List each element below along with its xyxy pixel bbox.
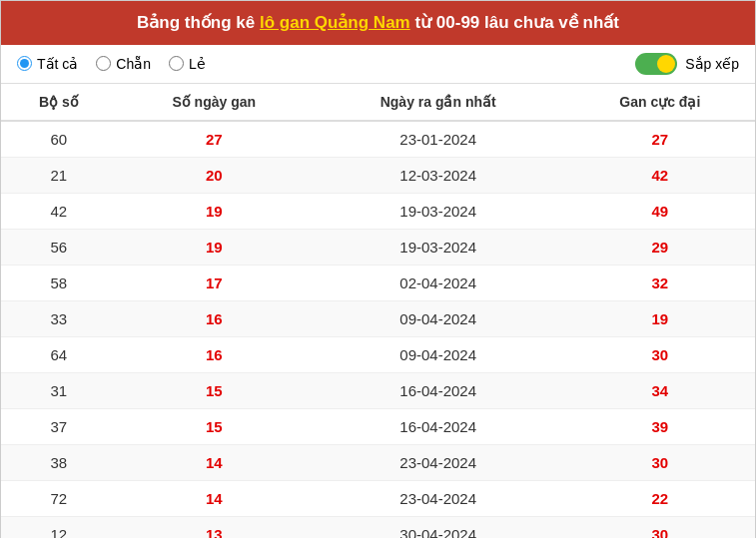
cell-so-ngay-gan: 19: [117, 229, 312, 265]
cell-ngay-ra: 23-04-2024: [312, 480, 565, 516]
cell-so-ngay-gan: 19: [117, 193, 312, 229]
cell-ngay-ra: 19-03-2024: [312, 193, 565, 229]
header-highlight: lô gan Quảng Nam: [260, 13, 410, 32]
cell-ngay-ra: 02-04-2024: [312, 265, 565, 300]
cell-gan-cuc-dai: 49: [565, 193, 755, 229]
toggle-knob: [657, 55, 675, 73]
cell-gan-cuc-dai: 34: [565, 372, 755, 408]
table-row: 371516-04-202439: [1, 408, 755, 444]
cell-so-ngay-gan: 16: [117, 300, 312, 336]
cell-so-ngay-gan: 13: [117, 516, 312, 538]
cell-ngay-ra: 30-04-2024: [312, 516, 565, 538]
header-text-after: từ 00-99 lâu chưa về nhất: [410, 13, 619, 32]
table-row: 581702-04-202432: [1, 265, 755, 300]
sort-toggle[interactable]: [635, 53, 677, 75]
cell-bo-so: 33: [1, 300, 117, 336]
cell-so-ngay-gan: 16: [117, 336, 312, 372]
table-row: 602723-01-202427: [1, 121, 755, 158]
cell-gan-cuc-dai: 29: [565, 229, 755, 265]
cell-gan-cuc-dai: 19: [565, 300, 755, 336]
cell-bo-so: 38: [1, 444, 117, 480]
sort-toggle-wrapper[interactable]: Sắp xếp: [635, 53, 739, 75]
table-row: 561919-03-202429: [1, 229, 755, 265]
header-text-before: Bảng thống kê: [137, 13, 260, 32]
cell-ngay-ra: 16-04-2024: [312, 372, 565, 408]
cell-bo-so: 64: [1, 336, 117, 372]
filter-chan[interactable]: Chẵn: [96, 56, 151, 72]
cell-gan-cuc-dai: 32: [565, 265, 755, 300]
cell-bo-so: 60: [1, 121, 117, 158]
cell-so-ngay-gan: 20: [117, 157, 312, 193]
table-row: 641609-04-202430: [1, 336, 755, 372]
cell-so-ngay-gan: 15: [117, 372, 312, 408]
filter-le[interactable]: Lẻ: [169, 56, 206, 72]
table-row: 311516-04-202434: [1, 372, 755, 408]
filter-tatca-label: Tất cả: [37, 56, 78, 72]
cell-bo-so: 37: [1, 408, 117, 444]
filter-chan-radio[interactable]: [96, 56, 111, 71]
table-row: 212012-03-202442: [1, 157, 755, 193]
cell-ngay-ra: 16-04-2024: [312, 408, 565, 444]
table-row: 121330-04-202430: [1, 516, 755, 538]
cell-bo-so: 21: [1, 157, 117, 193]
filter-row: Tất cả Chẵn Lẻ Sắp xếp: [1, 45, 755, 84]
cell-so-ngay-gan: 15: [117, 408, 312, 444]
cell-gan-cuc-dai: 30: [565, 444, 755, 480]
filter-chan-label: Chẵn: [116, 56, 151, 72]
cell-gan-cuc-dai: 30: [565, 336, 755, 372]
cell-gan-cuc-dai: 22: [565, 480, 755, 516]
cell-ngay-ra: 12-03-2024: [312, 157, 565, 193]
cell-so-ngay-gan: 14: [117, 444, 312, 480]
cell-bo-so: 31: [1, 372, 117, 408]
cell-so-ngay-gan: 27: [117, 121, 312, 158]
page-header: Bảng thống kê lô gan Quảng Nam từ 00-99 …: [1, 1, 755, 45]
col-header-bo-so: Bộ số: [1, 84, 117, 121]
cell-gan-cuc-dai: 30: [565, 516, 755, 538]
cell-bo-so: 58: [1, 265, 117, 300]
cell-bo-so: 72: [1, 480, 117, 516]
cell-so-ngay-gan: 17: [117, 265, 312, 300]
col-header-gan-cuc-dai: Gan cực đại: [565, 84, 755, 121]
filter-le-radio[interactable]: [169, 56, 184, 71]
table-row: 381423-04-202430: [1, 444, 755, 480]
cell-ngay-ra: 23-04-2024: [312, 444, 565, 480]
filter-tatca[interactable]: Tất cả: [17, 56, 78, 72]
table-header-row: Bộ số Số ngày gan Ngày ra gần nhất Gan c…: [1, 84, 755, 121]
cell-ngay-ra: 19-03-2024: [312, 229, 565, 265]
filter-le-label: Lẻ: [189, 56, 206, 72]
main-container: Bảng thống kê lô gan Quảng Nam từ 00-99 …: [0, 0, 756, 538]
cell-gan-cuc-dai: 39: [565, 408, 755, 444]
cell-bo-so: 42: [1, 193, 117, 229]
cell-ngay-ra: 09-04-2024: [312, 300, 565, 336]
col-header-ngay-ra: Ngày ra gần nhất: [312, 84, 565, 121]
cell-gan-cuc-dai: 27: [565, 121, 755, 158]
data-table: Bộ số Số ngày gan Ngày ra gần nhất Gan c…: [1, 84, 755, 538]
cell-so-ngay-gan: 14: [117, 480, 312, 516]
table-row: 721423-04-202422: [1, 480, 755, 516]
filter-tatca-radio[interactable]: [17, 56, 32, 71]
filter-options: Tất cả Chẵn Lẻ: [17, 56, 206, 72]
col-header-so-ngay-gan: Số ngày gan: [117, 84, 312, 121]
table-row: 331609-04-202419: [1, 300, 755, 336]
cell-bo-so: 56: [1, 229, 117, 265]
cell-gan-cuc-dai: 42: [565, 157, 755, 193]
cell-ngay-ra: 23-01-2024: [312, 121, 565, 158]
cell-bo-so: 12: [1, 516, 117, 538]
sort-toggle-label: Sắp xếp: [685, 56, 739, 72]
table-row: 421919-03-202449: [1, 193, 755, 229]
cell-ngay-ra: 09-04-2024: [312, 336, 565, 372]
